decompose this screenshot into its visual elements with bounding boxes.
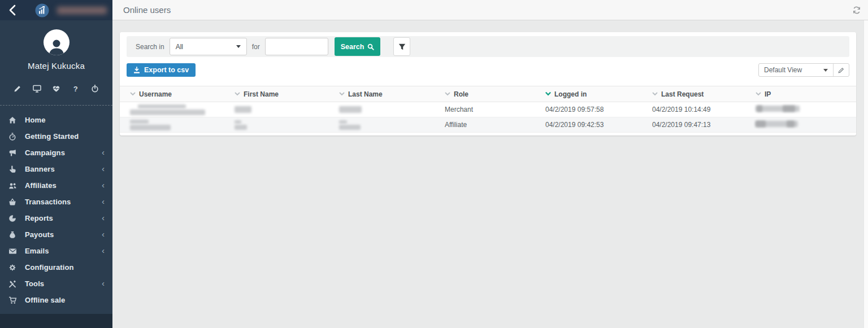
cell-logged-in: 04/2/2019 09:57:58 — [535, 102, 642, 117]
column-header-last-name[interactable]: Last Name — [329, 86, 435, 102]
search-button-label: Search — [341, 43, 364, 51]
app-logo-icon — [35, 3, 49, 18]
actions-row: Export to csv Default View — [127, 63, 849, 77]
sidebar-item-label: Banners — [25, 165, 55, 173]
sidebar-item-campaigns[interactable]: Campaigns ‹ — [0, 145, 112, 161]
sidebar-item-label: Campaigns — [25, 148, 65, 157]
pencil-icon — [838, 67, 844, 73]
column-header-last-request[interactable]: Last Request — [642, 86, 745, 102]
column-header-username[interactable]: Username — [120, 86, 224, 102]
pie-chart-icon — [8, 215, 17, 222]
export-csv-button[interactable]: Export to csv — [127, 63, 196, 77]
sidebar-item-label: Tools — [25, 279, 44, 288]
scrollbar-track[interactable] — [863, 20, 868, 328]
power-icon[interactable] — [90, 84, 100, 93]
edit-view-button[interactable] — [833, 64, 849, 76]
sidebar-item-label: Reports — [25, 214, 53, 222]
chevron-down-icon — [823, 69, 828, 72]
column-header-first-name[interactable]: First Name — [224, 86, 329, 102]
sidebar-item-transactions[interactable]: Transactions ‹ — [0, 194, 112, 210]
online-users-table: Username First Name Last Name Role Logge… — [120, 86, 856, 133]
chevron-left-icon: ‹ — [102, 230, 105, 238]
search-button[interactable]: Search — [335, 37, 381, 56]
gear-icon — [8, 264, 17, 272]
sidebar-item-configuration[interactable]: Configuration — [0, 259, 112, 275]
chevron-left-icon: ‹ — [102, 213, 105, 222]
cell-username-redacted — [120, 102, 224, 117]
cart-icon — [8, 296, 17, 304]
search-icon — [367, 43, 374, 50]
refresh-icon[interactable] — [852, 5, 862, 15]
column-header-logged-in[interactable]: Logged in — [535, 86, 642, 102]
view-selector[interactable]: Default View — [759, 64, 833, 76]
table-header-row: Username First Name Last Name Role Logge… — [120, 86, 856, 102]
basket-icon — [8, 198, 17, 206]
search-bar: Search in All for Search — [127, 36, 849, 57]
sidebar-item-offline-sale[interactable]: Offline sale — [0, 292, 112, 308]
profile-actions: ? — [0, 84, 112, 93]
sidebar-item-label: Transactions — [25, 198, 71, 206]
home-icon — [8, 116, 17, 124]
money-bag-icon — [8, 231, 17, 239]
cell-last-name-redacted — [329, 102, 435, 117]
sidebar-item-tools[interactable]: Tools ‹ — [0, 275, 112, 292]
back-icon[interactable] — [6, 2, 19, 18]
download-icon — [133, 67, 140, 74]
cell-last-request: 04/2/2019 09:47:13 — [642, 117, 745, 133]
export-csv-label: Export to csv — [144, 66, 189, 74]
cell-ip-redacted — [745, 117, 856, 133]
envelope-icon — [8, 247, 17, 255]
table-row[interactable]: Affiliate 04/2/2019 09:42:53 04/2/2019 0… — [120, 117, 856, 133]
content-area: Search in All for Search — [112, 20, 868, 328]
cell-first-name-redacted — [224, 117, 329, 133]
sidebar-item-label: Configuration — [25, 263, 74, 272]
funnel-icon — [398, 43, 406, 50]
monitor-icon[interactable] — [32, 84, 42, 93]
sort-chevron-icon — [339, 92, 345, 96]
help-icon[interactable]: ? — [71, 84, 81, 93]
chevron-left-icon: ‹ — [102, 164, 105, 173]
column-header-ip[interactable]: IP — [745, 86, 856, 102]
sidebar-item-label: Getting Started — [25, 132, 79, 141]
column-header-role[interactable]: Role — [435, 86, 535, 102]
sidebar-item-emails[interactable]: Emails ‹ — [0, 243, 112, 259]
cell-first-name-redacted — [224, 102, 329, 117]
chevron-left-icon: ‹ — [102, 279, 105, 287]
table-row[interactable]: Merchant 04/2/2019 09:57:58 04/2/2019 10… — [120, 102, 856, 117]
sidebar-item-affiliates[interactable]: Affiliates ‹ — [0, 177, 112, 194]
sidebar-item-payouts[interactable]: Payouts ‹ — [0, 226, 112, 243]
sidebar-menu: Home Getting Started Campaigns ‹ Banners… — [0, 106, 112, 308]
sidebar-topbar — [0, 0, 112, 20]
sidebar-item-banners[interactable]: Banners ‹ — [0, 161, 112, 177]
filter-button[interactable] — [393, 37, 410, 56]
search-in-label: Search in — [136, 43, 164, 51]
cell-username-redacted — [120, 117, 224, 133]
user-name: Matej Kukucka — [0, 61, 112, 71]
sidebar-item-label: Emails — [25, 247, 49, 255]
users-icon — [8, 182, 17, 190]
sort-chevron-icon — [235, 92, 240, 96]
search-scope-select[interactable]: All — [170, 38, 247, 55]
search-scope-value: All — [176, 43, 183, 51]
sidebar-item-label: Offline sale — [25, 296, 65, 304]
chevron-left-icon: ‹ — [102, 148, 105, 156]
sort-chevron-icon — [445, 92, 450, 96]
sidebar-item-reports[interactable]: Reports ‹ — [0, 210, 112, 226]
online-users-panel: Search in All for Search — [120, 32, 856, 135]
sidebar-item-home[interactable]: Home — [0, 112, 112, 128]
heartbeat-icon[interactable] — [51, 84, 62, 93]
megaphone-icon — [8, 149, 17, 157]
hand-pointer-icon — [8, 165, 17, 173]
search-input[interactable] — [265, 38, 328, 55]
cell-role: Affiliate — [435, 117, 535, 133]
sidebar-item-label: Affiliates — [25, 181, 57, 190]
avatar — [44, 29, 70, 55]
sort-chevron-icon — [652, 92, 658, 96]
sidebar-item-getting-started[interactable]: Getting Started — [0, 128, 112, 145]
view-selector-value: Default View — [764, 66, 802, 74]
tools-icon — [8, 280, 17, 288]
sidebar: Matej Kukucka ? Home Getting Started — [0, 0, 112, 328]
chevron-down-icon — [236, 45, 241, 48]
edit-profile-icon[interactable] — [12, 84, 23, 93]
chevron-left-icon: ‹ — [102, 181, 105, 189]
